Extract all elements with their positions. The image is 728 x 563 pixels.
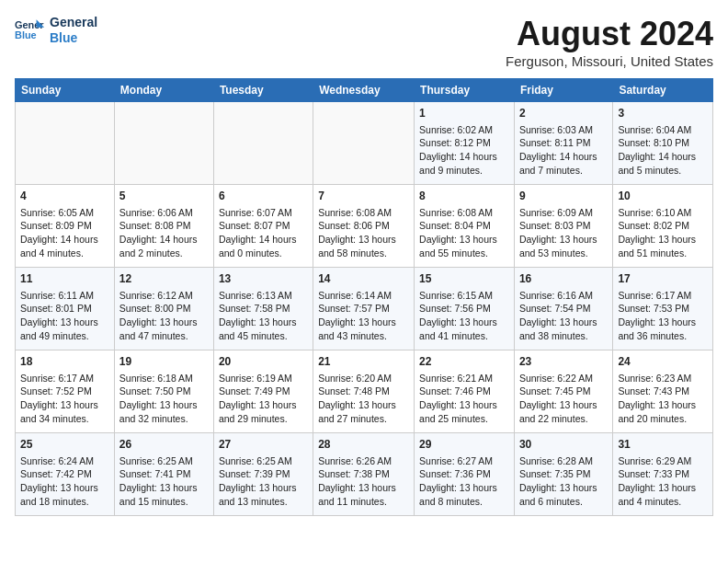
- cell-content: Daylight: 13 hours: [20, 481, 109, 495]
- calendar-cell: 11Sunrise: 6:11 AMSunset: 8:01 PMDayligh…: [16, 268, 115, 350]
- cell-content: Sunrise: 6:06 AM: [119, 206, 209, 220]
- cell-content: Sunset: 7:56 PM: [419, 302, 509, 316]
- cell-content: Sunrise: 6:17 AM: [618, 289, 708, 303]
- cell-content: Sunrise: 6:07 AM: [219, 206, 308, 220]
- cell-content: Daylight: 13 hours: [519, 316, 608, 329]
- cell-content: Daylight: 13 hours: [519, 233, 608, 247]
- cell-content: Daylight: 13 hours: [119, 481, 209, 495]
- cell-content: Daylight: 13 hours: [119, 398, 209, 412]
- cell-content: Sunset: 7:38 PM: [318, 467, 409, 481]
- cell-content: Sunrise: 6:14 AM: [318, 289, 409, 303]
- calendar-cell: 16Sunrise: 6:16 AMSunset: 7:54 PMDayligh…: [514, 268, 612, 350]
- cell-content: Sunset: 8:04 PM: [419, 219, 509, 233]
- calendar-cell: 27Sunrise: 6:25 AMSunset: 7:39 PMDayligh…: [213, 433, 313, 516]
- cell-content: and 20 minutes.: [618, 412, 708, 426]
- day-number: 27: [219, 437, 308, 453]
- day-number: 20: [219, 354, 308, 370]
- day-number: 28: [318, 437, 409, 453]
- col-header-sunday: Sunday: [16, 79, 115, 102]
- cell-content: Sunset: 8:09 PM: [20, 219, 109, 233]
- cell-content: Daylight: 13 hours: [618, 233, 708, 247]
- cell-content: Sunrise: 6:17 AM: [20, 372, 109, 385]
- calendar-cell: 9Sunrise: 6:09 AMSunset: 8:03 PMDaylight…: [514, 185, 612, 268]
- calendar-cell: 7Sunrise: 6:08 AMSunset: 8:06 PMDaylight…: [313, 185, 415, 268]
- day-number: 14: [318, 271, 409, 287]
- calendar-cell: 12Sunrise: 6:12 AMSunset: 8:00 PMDayligh…: [114, 268, 213, 350]
- calendar-cell: 22Sunrise: 6:21 AMSunset: 7:46 PMDayligh…: [415, 350, 515, 433]
- cell-content: and 29 minutes.: [219, 412, 308, 426]
- cell-content: Sunrise: 6:27 AM: [419, 454, 509, 468]
- cell-content: Sunrise: 6:16 AM: [519, 289, 608, 303]
- day-number: 2: [519, 106, 608, 121]
- cell-content: Sunset: 7:54 PM: [519, 302, 608, 316]
- cell-content: Sunset: 7:39 PM: [219, 467, 308, 481]
- cell-content: Sunset: 7:35 PM: [519, 467, 608, 481]
- cell-content: and 51 minutes.: [618, 247, 708, 260]
- cell-content: Daylight: 14 hours: [519, 150, 608, 164]
- day-number: 12: [119, 271, 209, 287]
- cell-content: and 18 minutes.: [20, 495, 109, 509]
- cell-content: Sunset: 8:07 PM: [219, 219, 308, 233]
- col-header-saturday: Saturday: [613, 79, 713, 102]
- cell-content: Daylight: 13 hours: [318, 398, 409, 412]
- cell-content: and 11 minutes.: [318, 495, 409, 509]
- cell-content: Sunset: 7:48 PM: [318, 385, 409, 398]
- day-number: 7: [318, 189, 409, 204]
- cell-content: and 6 minutes.: [519, 495, 608, 509]
- calendar-cell: 6Sunrise: 6:07 AMSunset: 8:07 PMDaylight…: [213, 185, 313, 268]
- cell-content: Sunset: 8:12 PM: [419, 136, 509, 150]
- day-number: 11: [20, 271, 109, 287]
- calendar-cell: 19Sunrise: 6:18 AMSunset: 7:50 PMDayligh…: [114, 350, 213, 433]
- cell-content: and 15 minutes.: [119, 495, 209, 509]
- cell-content: Sunrise: 6:03 AM: [519, 123, 608, 137]
- day-number: 4: [20, 189, 109, 204]
- calendar-cell: [313, 102, 415, 185]
- cell-content: Daylight: 13 hours: [618, 481, 708, 495]
- logo-text-general: General: [50, 15, 97, 30]
- svg-text:Blue: Blue: [15, 29, 37, 40]
- cell-content: Daylight: 14 hours: [419, 150, 509, 164]
- cell-content: and 5 minutes.: [618, 164, 708, 178]
- cell-content: and 4 minutes.: [20, 247, 109, 260]
- location: Ferguson, Missouri, United States: [506, 53, 713, 69]
- calendar-cell: 26Sunrise: 6:25 AMSunset: 7:41 PMDayligh…: [114, 433, 213, 516]
- cell-content: Sunrise: 6:11 AM: [20, 289, 109, 303]
- calendar-cell: 10Sunrise: 6:10 AMSunset: 8:02 PMDayligh…: [613, 185, 713, 268]
- cell-content: Daylight: 13 hours: [519, 481, 608, 495]
- cell-content: Sunrise: 6:26 AM: [318, 454, 409, 468]
- cell-content: Sunset: 8:08 PM: [119, 219, 209, 233]
- calendar-week-4: 18Sunrise: 6:17 AMSunset: 7:52 PMDayligh…: [16, 350, 713, 433]
- cell-content: Sunrise: 6:12 AM: [119, 289, 209, 303]
- cell-content: Daylight: 13 hours: [20, 316, 109, 329]
- cell-content: Daylight: 13 hours: [219, 398, 308, 412]
- cell-content: Sunrise: 6:28 AM: [519, 454, 608, 468]
- cell-content: Sunset: 8:00 PM: [119, 302, 209, 316]
- calendar-cell: [114, 102, 213, 185]
- cell-content: Sunrise: 6:08 AM: [318, 206, 409, 220]
- calendar-cell: 5Sunrise: 6:06 AMSunset: 8:08 PMDaylight…: [114, 185, 213, 268]
- day-number: 23: [519, 354, 608, 370]
- calendar-cell: 20Sunrise: 6:19 AMSunset: 7:49 PMDayligh…: [213, 350, 313, 433]
- day-number: 31: [618, 437, 708, 453]
- cell-content: and 0 minutes.: [219, 247, 308, 260]
- cell-content: Sunset: 7:43 PM: [618, 385, 708, 398]
- cell-content: Sunset: 7:57 PM: [318, 302, 409, 316]
- day-number: 6: [219, 189, 308, 204]
- cell-content: Sunrise: 6:25 AM: [219, 454, 308, 468]
- day-number: 9: [519, 189, 608, 204]
- cell-content: Sunset: 7:42 PM: [20, 467, 109, 481]
- day-number: 21: [318, 354, 409, 370]
- calendar-cell: 2Sunrise: 6:03 AMSunset: 8:11 PMDaylight…: [514, 102, 612, 185]
- cell-content: Sunrise: 6:02 AM: [419, 123, 509, 137]
- cell-content: Daylight: 14 hours: [119, 233, 209, 247]
- calendar-cell: 28Sunrise: 6:26 AMSunset: 7:38 PMDayligh…: [313, 433, 415, 516]
- cell-content: Daylight: 14 hours: [219, 233, 308, 247]
- cell-content: Sunrise: 6:04 AM: [618, 123, 708, 137]
- title-block: August 2024 Ferguson, Missouri, United S…: [506, 15, 713, 69]
- calendar-cell: 24Sunrise: 6:23 AMSunset: 7:43 PMDayligh…: [613, 350, 713, 433]
- day-number: 15: [419, 271, 509, 287]
- cell-content: Sunset: 8:01 PM: [20, 302, 109, 316]
- cell-content: Sunrise: 6:13 AM: [219, 289, 308, 303]
- cell-content: Daylight: 13 hours: [618, 316, 708, 329]
- calendar-week-5: 25Sunrise: 6:24 AMSunset: 7:42 PMDayligh…: [16, 433, 713, 516]
